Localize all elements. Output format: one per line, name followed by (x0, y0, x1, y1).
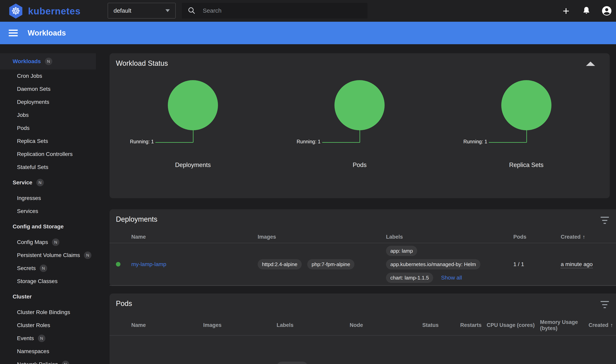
sidebar-item-cluster-roles[interactable]: Cluster Roles (0, 319, 103, 332)
col-pods[interactable]: Pods (513, 234, 561, 240)
chart-title: Pods (276, 161, 443, 169)
sidebar-item-replication-controllers[interactable]: Replication Controllers (0, 148, 103, 161)
sidebar-item-deployments[interactable]: Deployments (0, 96, 103, 109)
deployments-card: Deployments Name Images Labels Pods Crea… (110, 209, 616, 286)
replica-sets-pie-chart: Running: 1 Replica Sets (443, 78, 610, 189)
sidebar-item-cluster-role-bindings[interactable]: Cluster Role Bindings (0, 306, 103, 319)
sidebar-item-secrets[interactable]: Secrets N (0, 262, 103, 275)
chart-title: Replica Sets (443, 161, 610, 169)
new-badge: N (84, 251, 92, 259)
label-chip: app: lamp (277, 362, 308, 364)
status-ok-icon (116, 262, 120, 266)
pie-annotation: Running: 1 (463, 139, 487, 144)
col-created-sorted[interactable]: Created↑ (561, 234, 616, 240)
col-cpu-usage[interactable]: CPU Usage (cores) (487, 322, 540, 328)
deployments-table-header: Name Images Labels Pods Created↑ (110, 231, 616, 243)
col-created-sorted[interactable]: Created↑ (589, 322, 616, 328)
new-badge: N (36, 179, 44, 186)
pods-table-header: Name Images Labels Node Status Restarts … (110, 315, 616, 336)
workload-status-charts: Running: 1 Deployments Running: 1 Pods R… (110, 78, 610, 189)
show-all-labels-link[interactable]: Show all (441, 274, 462, 281)
image-chip: php:7-fpm-alpine (307, 259, 354, 270)
filter-list-icon[interactable] (600, 217, 609, 224)
col-images[interactable]: Images (203, 322, 277, 328)
label-chip: chart: lamp-1.1.5 (386, 273, 433, 283)
col-labels[interactable]: Labels (386, 234, 513, 240)
sidebar-group-cluster: Cluster (0, 290, 103, 303)
account-menu-button[interactable] (598, 0, 616, 22)
notifications-button[interactable] (577, 0, 595, 22)
new-badge: N (62, 361, 69, 364)
account-circle-icon (602, 6, 612, 16)
search-icon (187, 6, 196, 15)
plus-icon: + (563, 5, 569, 17)
search-bar (182, 3, 367, 19)
sidebar-item-namespaces[interactable]: Namespaces (0, 345, 103, 358)
label-chip: app.kubernetes.io/managed-by: Helm (386, 259, 480, 270)
new-badge: N (52, 238, 59, 246)
col-name[interactable]: Name (131, 322, 203, 328)
deployments-title: Deployments (116, 215, 157, 223)
chart-title: Deployments (110, 161, 276, 169)
app-bar: Workloads (0, 22, 616, 44)
col-images[interactable]: Images (258, 234, 386, 240)
sidebar-item-services[interactable]: Services (0, 205, 103, 218)
sidebar-group-config-and-storage: Config and Storage (0, 220, 103, 233)
top-bar: ☸ kubernetes default + (0, 0, 616, 22)
pie-annotation: Running: 1 (297, 139, 321, 144)
pods-card: Pods Name Images Labels Node Status Rest… (110, 294, 616, 364)
col-labels[interactable]: Labels (277, 322, 350, 328)
deployment-row: my-lamp-lamp httpd:2.4-alpine php:7-fpm-… (110, 243, 616, 286)
sort-ascending-icon: ↑ (610, 322, 613, 328)
sort-ascending-icon: ↑ (583, 234, 585, 240)
kubernetes-logo: ☸ kubernetes (9, 3, 80, 19)
col-node[interactable]: Node (350, 322, 422, 328)
new-badge: N (45, 58, 52, 65)
filter-list-icon[interactable] (600, 301, 609, 308)
sidebar-item-storage-classes[interactable]: Storage Classes (0, 275, 103, 288)
new-badge: N (40, 264, 47, 272)
pods-ready-count: 1 / 1 (513, 261, 561, 267)
sidebar-group-service: Service N (0, 176, 103, 189)
sidebar-item-config-maps[interactable]: Config Maps N (0, 236, 103, 249)
pie-running-slice (334, 80, 385, 130)
brand-name: kubernetes (28, 6, 80, 17)
pods-title: Pods (116, 299, 132, 308)
pie-running-slice (168, 80, 218, 130)
sidebar-item-ingresses[interactable]: Ingresses (0, 192, 103, 205)
sidebar-item-replica-sets[interactable]: Replica Sets (0, 135, 103, 148)
sidebar-item-pods[interactable]: Pods (0, 122, 103, 135)
sidebar-item-daemon-sets[interactable]: Daemon Sets (0, 82, 103, 96)
col-memory-usage[interactable]: Memory Usage (bytes) (540, 319, 589, 331)
image-chip: httpd:2.4-alpine (258, 259, 302, 270)
add-resource-button[interactable]: + (557, 0, 575, 22)
pie-annotation: Running: 1 (130, 139, 154, 144)
workload-status-title: Workload Status (116, 59, 168, 67)
search-input[interactable] (203, 7, 353, 14)
col-restarts[interactable]: Restarts (460, 322, 487, 328)
new-badge: N (38, 335, 45, 342)
sidebar-item-network-policies[interactable]: Network Policies N (0, 358, 103, 364)
col-name[interactable]: Name (131, 234, 258, 240)
label-chip: app: lamp (386, 246, 417, 256)
pods-pie-chart: Running: 1 Pods (276, 78, 443, 189)
deployments-pie-chart: Running: 1 Deployments (110, 78, 276, 189)
sidebar-item-cron-jobs[interactable]: Cron Jobs (0, 69, 103, 82)
chevron-down-icon (165, 9, 170, 12)
namespace-selector[interactable]: default (108, 3, 176, 19)
namespace-selected-value: default (114, 7, 165, 14)
pie-running-slice (501, 80, 551, 130)
menu-icon[interactable] (9, 30, 18, 36)
kubernetes-wheel-icon: ☸ (9, 3, 23, 19)
sidebar-item-persistent-volume-claims[interactable]: Persistent Volume Claims N (0, 249, 103, 262)
sidebar-item-workloads[interactable]: Workloads N (0, 53, 96, 69)
deployment-name-link[interactable]: my-lamp-lamp (131, 261, 166, 267)
sidebar-item-events[interactable]: Events N (0, 332, 103, 345)
created-relative-time: a minute ago (561, 261, 593, 268)
sidebar-nav: Workloads N Cron Jobs Daemon Sets Deploy… (0, 44, 103, 364)
page-title: Workloads (28, 29, 66, 37)
col-status[interactable]: Status (422, 322, 460, 328)
collapse-card-icon[interactable] (586, 62, 595, 66)
sidebar-item-stateful-sets[interactable]: Stateful Sets (0, 161, 103, 174)
sidebar-item-jobs[interactable]: Jobs (0, 109, 103, 122)
